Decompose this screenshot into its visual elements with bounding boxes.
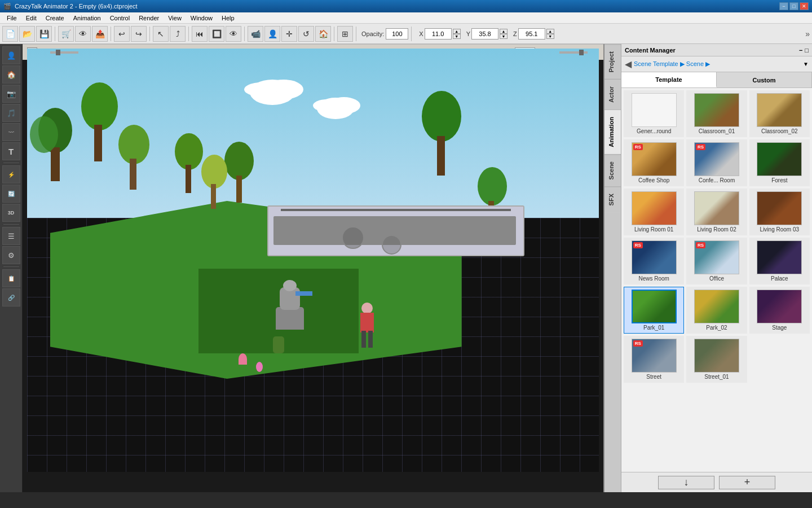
cm-breadcrumb: Scene Template ▶ Scene ▶ <box>634 60 710 68</box>
menu-create[interactable]: Create <box>41 14 69 23</box>
vtab-actor[interactable]: Actor <box>604 79 621 110</box>
menu-control[interactable]: Control <box>105 14 134 23</box>
transform-button[interactable]: ✛ <box>281 26 297 42</box>
cm-item-palace[interactable]: Palace <box>749 238 810 284</box>
vtab-sfx[interactable]: SFX <box>604 186 621 212</box>
cm-thumb-conf: RS <box>694 142 739 176</box>
tool-rotate[interactable]: 🔄 <box>2 185 20 203</box>
cm-item-general[interactable]: Gener...round <box>624 90 684 137</box>
maximize-button[interactable]: □ <box>789 2 798 10</box>
cm-item-office[interactable]: RSOffice <box>686 238 747 284</box>
cm-download-button[interactable]: ↓ <box>658 476 714 489</box>
grid-button[interactable]: ⊞ <box>337 26 353 42</box>
export-button[interactable]: 📤 <box>92 26 108 42</box>
zoom-thumb[interactable] <box>56 50 60 55</box>
y-input[interactable] <box>471 28 498 40</box>
tool-person[interactable]: 👤 <box>2 46 20 64</box>
cm-item-street[interactable]: RSStreet <box>624 336 684 383</box>
x-spinner[interactable]: ▲▼ <box>453 29 461 39</box>
menu-animation[interactable]: Animation <box>69 14 105 23</box>
z-input[interactable] <box>518 28 545 40</box>
cm-item-living3[interactable]: Living Room 03 <box>749 189 810 235</box>
save-button[interactable]: 💾 <box>36 26 52 42</box>
eye-button[interactable]: 👁 <box>75 26 91 42</box>
cm-maximize-icon[interactable]: □ <box>805 47 809 54</box>
vtab-animation[interactable]: Animation <box>604 110 621 154</box>
cm-breadcrumb-scene[interactable]: Scene <box>686 60 704 67</box>
tool-link[interactable]: 🔗 <box>2 288 20 306</box>
menu-view[interactable]: View <box>164 14 186 23</box>
redo-button[interactable]: ↪ <box>131 26 147 42</box>
menu-help[interactable]: Help <box>217 14 239 23</box>
tree-3 <box>113 125 155 215</box>
opacity-input[interactable] <box>386 28 408 40</box>
tree-top <box>201 155 227 189</box>
volume-slider[interactable] <box>559 51 588 54</box>
cm-item-street1[interactable]: Street_01 <box>686 336 747 383</box>
fountain <box>267 273 312 330</box>
cart-button[interactable]: 🛒 <box>58 26 74 42</box>
tool-home[interactable]: 🏠 <box>2 65 20 84</box>
select-button[interactable]: ↖ <box>153 26 169 42</box>
cm-item-living2[interactable]: Living Room 02 <box>686 189 747 235</box>
undo-button[interactable]: ↩ <box>114 26 130 42</box>
cm-dropdown-button[interactable]: ▼ <box>803 61 809 67</box>
tool-copy[interactable]: 📋 <box>2 269 20 287</box>
tool-camera[interactable]: 📷 <box>2 85 20 103</box>
tool-text[interactable]: T <box>2 142 20 160</box>
scene-canvas[interactable] <box>27 49 599 472</box>
cm-tab-template[interactable]: Template <box>621 72 717 87</box>
close-button[interactable]: ✕ <box>800 2 809 10</box>
tool-settings[interactable]: ⚙ <box>2 246 20 264</box>
cm-header: Content Manager − □ <box>621 44 812 56</box>
minimize-button[interactable]: − <box>779 2 788 10</box>
cm-thumb-park1 <box>632 290 677 323</box>
x-input[interactable] <box>425 28 452 40</box>
volume-thumb[interactable] <box>579 50 584 55</box>
menu-render[interactable]: Render <box>134 14 164 23</box>
tool-music[interactable]: 🎵 <box>2 104 20 122</box>
cm-item-park2[interactable]: Park_02 <box>686 287 747 334</box>
cm-item-coffee[interactable]: RSCoffee Shop <box>624 139 684 186</box>
eye2-button[interactable]: 👁 <box>226 26 241 42</box>
cm-item-park1[interactable]: Park_01 <box>624 287 684 334</box>
expand-toolbar-button[interactable]: » <box>805 29 810 38</box>
tool-lightning[interactable]: ⚡ <box>2 165 20 183</box>
cm-minimize-icon[interactable]: − <box>799 47 802 54</box>
rs-badge-street: RS <box>633 340 643 347</box>
person-button[interactable]: 👤 <box>264 26 280 42</box>
circle-deco-1 <box>342 226 364 249</box>
cm-add-button[interactable]: + <box>719 476 775 489</box>
open-button[interactable]: 📂 <box>19 26 35 42</box>
cm-item-forest[interactable]: Forest <box>749 139 810 186</box>
camera-button[interactable]: 📹 <box>248 26 263 42</box>
cm-back-button[interactable]: ◀ <box>625 59 632 69</box>
cm-breadcrumb-scene-template[interactable]: Scene Template <box>634 60 678 67</box>
skip-start-button[interactable]: ⏮ <box>192 26 208 42</box>
tool-list[interactable]: ☰ <box>2 227 20 245</box>
cm-item-living1[interactable]: Living Room 01 <box>624 189 684 235</box>
home-button[interactable]: 🏠 <box>315 26 331 42</box>
vtab-project[interactable]: Project <box>604 44 621 79</box>
char-head <box>361 303 373 314</box>
y-spinner[interactable]: ▲▼ <box>500 29 508 39</box>
pick-button[interactable]: 🔲 <box>209 26 224 42</box>
cm-item-classroom2[interactable]: Classroom_02 <box>749 90 810 137</box>
bush <box>273 336 284 353</box>
tool-3d[interactable]: 3D <box>2 204 20 222</box>
zoom-slider[interactable] <box>50 51 78 54</box>
cm-item-stage[interactable]: Stage <box>749 287 810 334</box>
cm-item-conf[interactable]: RSConfe... Room <box>686 139 747 186</box>
menu-edit[interactable]: Edit <box>21 14 41 23</box>
cm-item-classroom1[interactable]: Classroom_01 <box>686 90 747 137</box>
menu-window[interactable]: Window <box>186 14 217 23</box>
new-button[interactable]: 📄 <box>2 26 18 42</box>
menu-file[interactable]: File <box>2 14 21 23</box>
vtab-scene[interactable]: Scene <box>604 154 621 186</box>
z-spinner[interactable]: ▲▼ <box>546 29 554 39</box>
move-button[interactable]: ⤴ <box>170 26 186 42</box>
reset-button[interactable]: ↺ <box>298 26 314 42</box>
cm-item-newsroom[interactable]: RSNews Room <box>624 238 684 284</box>
tool-wave[interactable]: 〰 <box>2 123 20 141</box>
cm-tab-custom[interactable]: Custom <box>717 72 812 87</box>
